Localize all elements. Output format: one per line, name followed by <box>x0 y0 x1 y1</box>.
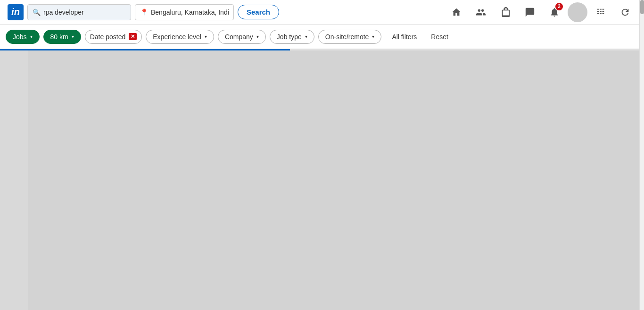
avatar[interactable] <box>568 2 587 22</box>
date-posted-clear-button[interactable]: ✕ <box>129 33 137 40</box>
jobs-nav-button[interactable] <box>494 0 517 25</box>
jobs-caret-icon: ▾ <box>30 34 33 39</box>
jobs-filter-button[interactable]: Jobs ▾ <box>6 30 40 44</box>
company-filter-label: Company <box>225 33 253 41</box>
content-area <box>28 50 639 310</box>
date-posted-filter-button[interactable]: Date posted ✕ <box>85 30 142 44</box>
jobs-filter-label: Jobs <box>13 33 27 41</box>
reset-filters-button[interactable]: Reset <box>427 30 452 43</box>
onsite-remote-label: On-site/remote <box>325 33 369 41</box>
all-filters-button[interactable]: All filters <box>385 30 423 43</box>
nav-icons: 2 <box>445 0 636 25</box>
job-type-caret-icon: ▾ <box>305 34 307 39</box>
date-posted-label: Date posted <box>90 33 126 41</box>
search-input[interactable] <box>43 8 126 16</box>
linkedin-logo[interactable]: in <box>8 4 24 20</box>
main-content <box>0 50 644 310</box>
job-type-filter-button[interactable]: Job type ▾ <box>270 30 314 44</box>
search-icon: 🔍 <box>33 8 41 16</box>
filter-bar: Jobs ▾ 80 km ▾ Date posted ✕ Experience … <box>0 25 644 49</box>
experience-level-label: Experience level <box>153 33 201 41</box>
people-icon <box>476 7 486 17</box>
messaging-button[interactable] <box>519 0 541 25</box>
experience-caret-icon: ▾ <box>205 34 207 39</box>
page-scrollbar-thumb[interactable] <box>640 0 644 14</box>
loading-progress-bar <box>0 49 644 50</box>
refresh-icon <box>620 7 630 17</box>
company-caret-icon: ▾ <box>256 34 259 39</box>
grid-icon <box>595 7 606 17</box>
refresh-button[interactable] <box>614 0 636 25</box>
search-button[interactable]: Search <box>238 5 279 19</box>
briefcase-icon <box>500 7 511 17</box>
distance-filter-label: 80 km <box>50 33 68 41</box>
progress-bar-fill <box>0 49 290 50</box>
location-input[interactable] <box>151 8 229 16</box>
distance-filter-button[interactable]: 80 km ▾ <box>43 30 81 44</box>
onsite-caret-icon: ▾ <box>372 34 374 39</box>
experience-level-filter-button[interactable]: Experience level ▾ <box>146 30 214 44</box>
search-box: 🔍 <box>27 4 131 20</box>
page-scrollbar[interactable] <box>639 0 644 310</box>
notifications-button[interactable]: 2 <box>543 0 566 25</box>
sidebar-left <box>0 50 28 310</box>
job-type-label: Job type <box>277 33 302 41</box>
apps-grid-button[interactable] <box>589 0 612 25</box>
company-filter-button[interactable]: Company ▾ <box>218 30 266 44</box>
home-icon <box>451 7 462 17</box>
notification-badge: 2 <box>555 3 563 10</box>
chat-icon <box>525 7 535 17</box>
home-nav-button[interactable] <box>445 0 468 25</box>
my-network-button[interactable] <box>470 0 492 25</box>
location-box: 📍 <box>135 4 234 20</box>
navbar: in 🔍 📍 Search <box>0 0 644 25</box>
location-pin-icon: 📍 <box>140 8 148 16</box>
onsite-remote-filter-button[interactable]: On-site/remote ▾ <box>318 30 382 44</box>
distance-caret-icon: ▾ <box>72 34 74 39</box>
